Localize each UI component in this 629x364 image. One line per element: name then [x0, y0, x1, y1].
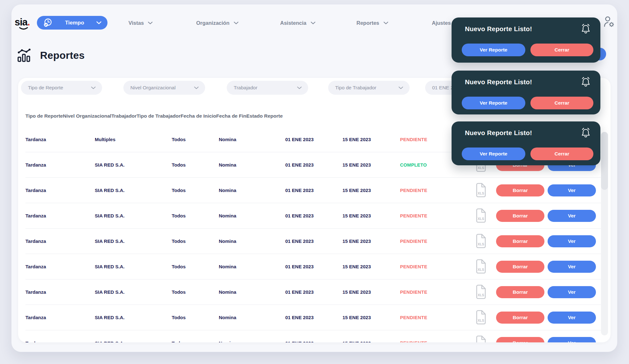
cell-fecha-inicio: 01 ENE 2023 [285, 162, 342, 168]
nav-item[interactable]: Organización [196, 20, 238, 26]
filter-label: Tipo de Reporte [28, 85, 63, 91]
chevron-down-icon [398, 86, 403, 89]
nav-item-label: Organización [196, 20, 230, 26]
cell-trabajador: Todos [172, 264, 219, 269]
table-row: Tardanza SIA RED S.A. Todos Nomina 01 EN… [25, 305, 603, 330]
bell-icon [579, 127, 592, 139]
cell-trabajador: Todos [172, 238, 219, 244]
reports-chart-icon [17, 48, 31, 63]
cell-fecha-inicio: 01 ENE 2023 [285, 238, 342, 244]
delete-report-button[interactable]: Borrar [496, 184, 544, 196]
status-badge: PENDIENTE [400, 315, 448, 320]
delete-report-button[interactable]: Borrar [496, 235, 544, 247]
cell-trabajador: Todos [172, 162, 219, 168]
scrollbar-track[interactable] [601, 132, 608, 335]
toast-view-report-button[interactable]: Ver Reporte [462, 97, 525, 109]
view-report-button[interactable]: Ver [548, 312, 596, 324]
nav-item[interactable]: Vistas [128, 20, 153, 26]
delete-report-button[interactable]: Borrar [496, 312, 544, 324]
cell-trabajador: Todos [172, 315, 219, 320]
svg-text:XLS: XLS [478, 319, 484, 322]
xls-file-icon[interactable]: XLS [474, 259, 487, 274]
toast-close-button[interactable]: Cerrar [530, 148, 593, 160]
xls-file-icon[interactable]: XLS [474, 208, 487, 223]
filter-dropdown[interactable]: Nivel Organizacional [123, 81, 205, 95]
table-row: Tardanza SIA RED S.A. Todos Nomina 01 EN… [25, 279, 603, 305]
nav-item[interactable]: Reportes [356, 20, 388, 26]
user-settings-button[interactable] [604, 16, 616, 30]
filter-dropdown[interactable]: Tipo de Trabajador [328, 81, 410, 95]
toast-title: Nuevo Reporte Listo! [465, 25, 532, 33]
cell-nivel-organizacional: Multiples [95, 137, 172, 142]
view-report-button[interactable]: Ver [548, 286, 596, 298]
status-badge: PENDIENTE [400, 264, 448, 269]
column-header: Nivel Organizacional [63, 113, 111, 119]
xls-file-icon[interactable]: XLS [474, 310, 487, 325]
nav-item-label: Tiempo [65, 20, 84, 26]
chevron-down-icon [384, 22, 388, 24]
toast-view-report-button[interactable]: Ver Reporte [462, 44, 525, 56]
filter-label: Nivel Organizacional [130, 85, 176, 91]
svg-text:XLS: XLS [478, 293, 484, 297]
column-header: Tipo de Reporte [25, 113, 63, 119]
cell-tipo-reporte: Tardanza [25, 188, 95, 193]
column-header: Trabajador [111, 113, 136, 119]
user-gear-icon [604, 16, 616, 30]
xls-file-icon[interactable]: XLS [474, 183, 487, 198]
cell-tipo-reporte: Tardanza [25, 264, 95, 269]
cell-fecha-inicio: 01 ENE 2023 [285, 264, 342, 269]
cell-fecha-inicio: 01 ENE 2023 [285, 188, 342, 193]
delete-report-button[interactable]: Borrar [496, 210, 544, 222]
cell-fecha-inicio: 01 ENE 2023 [285, 315, 342, 320]
scrollbar-thumb[interactable] [601, 132, 608, 190]
page-header: Reportes [17, 48, 85, 63]
toast-close-button[interactable]: Cerrar [530, 44, 593, 56]
cell-tipo-trabajador: Nomina [219, 137, 285, 142]
delete-report-button[interactable]: Borrar [496, 261, 544, 273]
filter-dropdown[interactable]: Tipo de Reporte [21, 81, 102, 95]
cell-fecha-fin: 15 ENE 2023 [342, 188, 400, 193]
cell-tipo-reporte: Tardanza [25, 238, 95, 244]
bell-icon [579, 23, 592, 35]
table-row: Tardanza SIA RED S.A. Todos Nomina 01 EN… [25, 203, 603, 229]
delete-report-button[interactable]: Borrar [496, 286, 544, 298]
view-report-button[interactable]: Ver [548, 235, 596, 247]
cell-fecha-inicio: 01 ENE 2023 [285, 213, 342, 218]
cell-fecha-fin: 15 ENE 2023 [342, 213, 400, 218]
toast-close-button[interactable]: Cerrar [530, 97, 593, 109]
cell-fecha-fin: 15 ENE 2023 [342, 289, 400, 295]
status-badge: PENDIENTE [400, 290, 448, 295]
xls-file-icon[interactable]: XLS [474, 234, 487, 249]
chevron-down-icon [96, 21, 101, 24]
view-report-button[interactable]: Ver [548, 210, 596, 222]
nav-item-label: Ajustes [432, 20, 451, 26]
status-badge: PENDIENTE [400, 340, 448, 342]
svg-text:XLS: XLS [478, 217, 484, 221]
cell-fecha-fin: 15 ENE 2023 [342, 340, 400, 343]
toast-title: Nuevo Reporte Listo! [465, 78, 532, 86]
xls-file-icon[interactable]: XLS [474, 335, 487, 342]
column-header: Fecha de Inicio [181, 113, 216, 119]
svg-text:XLS: XLS [478, 166, 484, 170]
table-row: Tardanza SIA RED S.A. Todos Nomina 01 EN… [25, 178, 603, 203]
cell-trabajador: Todos [172, 340, 219, 343]
view-report-button[interactable]: Ver [548, 261, 596, 273]
cell-trabajador: Todos [172, 137, 219, 142]
nav-item[interactable]: Asistencia [280, 20, 315, 26]
cell-tipo-trabajador: Nomina [219, 315, 285, 320]
chevron-down-icon [234, 22, 238, 24]
cell-tipo-reporte: Tardanza [25, 340, 95, 343]
xls-file-icon[interactable]: XLS [474, 285, 487, 300]
nav-item-tiempo-active[interactable]: Tiempo [37, 16, 107, 30]
cell-fecha-fin: 15 ENE 2023 [342, 137, 400, 142]
view-report-button[interactable]: Ver [548, 184, 596, 196]
clock-check-icon [43, 18, 53, 28]
filter-dropdown[interactable]: Trabajador [227, 81, 308, 95]
cell-nivel-organizacional: SIA RED S.A. [95, 340, 172, 343]
toast-view-report-button[interactable]: Ver Reporte [462, 148, 525, 160]
cell-fecha-fin: 15 ENE 2023 [342, 264, 400, 269]
view-report-button[interactable]: Ver [548, 337, 596, 342]
page-title: Reportes [40, 50, 85, 61]
cell-nivel-organizacional: SIA RED S.A. [95, 315, 172, 320]
delete-report-button[interactable]: Borrar [496, 337, 544, 342]
